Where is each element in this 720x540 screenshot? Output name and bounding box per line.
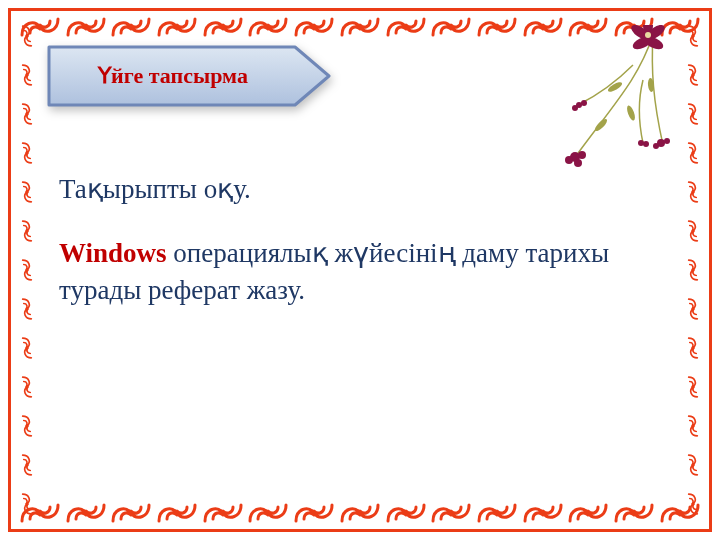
- svg-point-16: [581, 100, 587, 106]
- title-banner: Үйге тапсырма: [43, 43, 333, 109]
- svg-point-10: [657, 139, 665, 147]
- content-emphasis: Windows: [59, 238, 167, 268]
- svg-point-13: [638, 140, 644, 146]
- title-text: Үйге тапсырма: [43, 43, 303, 109]
- svg-point-21: [647, 78, 654, 92]
- ornament-strip-bottom: [17, 501, 703, 525]
- svg-point-11: [664, 138, 670, 144]
- svg-point-17: [572, 105, 578, 111]
- content-line-1: Тақырыпты оқу.: [59, 171, 649, 207]
- svg-point-19: [625, 104, 636, 121]
- ornament-strip-left: [15, 17, 39, 523]
- svg-point-15: [576, 102, 582, 108]
- ornament-strip-right: [681, 17, 705, 523]
- ornamental-frame: Үйге тапсырма Тақырыпты оқу. Windows опе…: [8, 8, 712, 532]
- svg-point-20: [593, 117, 609, 133]
- svg-point-9: [574, 159, 582, 167]
- svg-point-12: [653, 143, 659, 149]
- content-area: Тақырыпты оқу. Windows операциялық жүйес…: [59, 171, 649, 336]
- content-line-2: Windows операциялық жүйесінің даму тарих…: [59, 235, 649, 308]
- svg-point-7: [578, 151, 586, 159]
- svg-point-6: [570, 152, 580, 162]
- svg-point-18: [607, 80, 624, 93]
- svg-point-14: [643, 141, 649, 147]
- ornament-strip-top: [17, 15, 703, 39]
- svg-point-8: [565, 156, 573, 164]
- flower-ornament: [543, 25, 683, 185]
